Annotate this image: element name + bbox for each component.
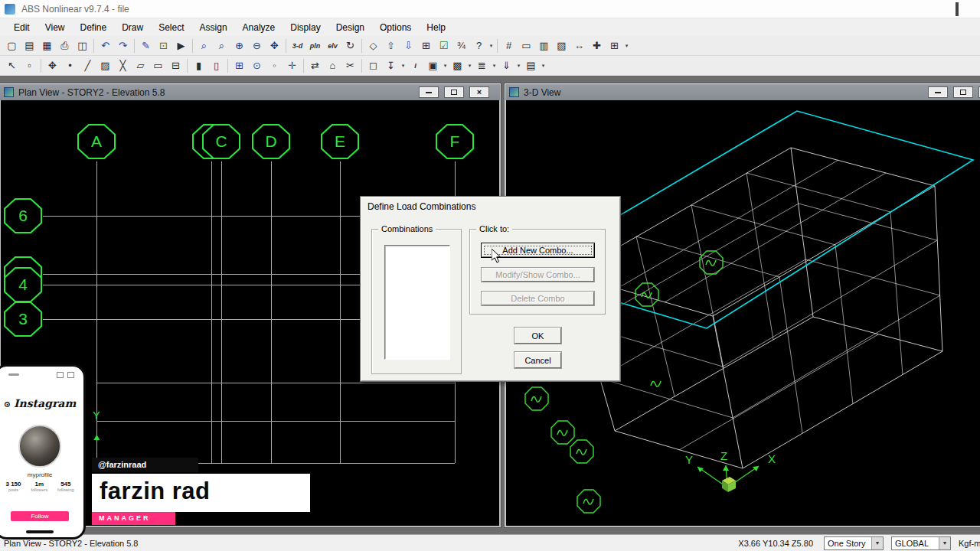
draw-special-joint-icon[interactable]: # [501,38,517,54]
grid-bubble-6[interactable]: 6 [4,198,42,233]
shrink-objects-icon[interactable]: ⊞ [418,38,434,54]
help-cursor-icon[interactable]: ? [471,38,487,54]
print-icon[interactable]: ⎙ [57,38,73,54]
link-views-icon[interactable]: ⇄ [307,58,323,73]
help-cursor-icon-caret[interactable]: ▾ [488,43,495,49]
snap-to-midpoint-icon[interactable]: ◦ [266,58,283,73]
menu-define[interactable]: Define [72,20,114,35]
reshape-object-icon[interactable]: ✥ [44,58,60,73]
menu-help[interactable]: Help [419,20,453,35]
edit-grid-icon-caret[interactable]: ▾ [623,43,630,49]
lock-model-icon[interactable]: ⊡ [155,38,172,54]
chevron-down-icon[interactable]: ▼ [871,537,883,549]
coordinate-system-select[interactable]: GLOBAL ▼ [891,536,951,550]
rotate-3d-view-icon[interactable]: ↻ [342,38,358,54]
follow-button[interactable]: Follow [11,511,69,521]
snap-to-intersection-icon[interactable]: ✛ [284,58,300,73]
story-select[interactable]: One Story ▼ [824,536,884,550]
draw-area-icon[interactable]: ▱ [132,58,149,73]
move-down-story-icon[interactable]: ⇩ [400,38,416,54]
assign-frame-sections-icon[interactable]: ≣ [474,58,490,73]
view-3d-icon[interactable]: 3-d [289,38,305,54]
assign-loads-icon-caret[interactable]: ▾ [515,63,522,69]
new-model-icon[interactable]: ▢ [4,38,20,54]
set-view-options-icon[interactable]: ☑ [436,38,452,54]
draw-wall-icon[interactable]: ▥ [536,38,552,54]
grid-bubble-F[interactable]: F [436,124,474,159]
i-section-display-icon[interactable]: I [407,58,423,73]
assign-loads-icon[interactable]: ⇓ [498,58,514,73]
move-up-story-icon[interactable]: ⇧ [383,38,399,54]
view-elevation-icon[interactable]: elv [325,38,341,54]
draw-frame-icon[interactable]: ▭ [518,38,534,54]
menu-edit[interactable]: Edit [6,20,38,35]
view-fraction-icon[interactable]: ¾ [453,38,469,54]
select-window-icon[interactable]: ▫ [21,58,38,73]
show-tables-icon-caret[interactable]: ▾ [540,63,547,69]
draw-reference-point-icon[interactable]: ✚ [589,38,605,54]
view-plan-icon[interactable]: pln [307,38,323,54]
menu-assign[interactable]: Assign [192,20,235,35]
snap-to-point-icon[interactable]: ⊙ [249,58,265,73]
view3d-window-titlebar[interactable]: 3-D View × [505,84,980,100]
draw-point-icon[interactable]: • [62,58,78,73]
quick-draw-area-icon[interactable]: ⊟ [168,58,184,73]
plan-maximize-button[interactable] [444,86,464,98]
grid-bubble-C[interactable]: C [202,124,240,159]
menu-view[interactable]: View [38,20,73,35]
run-analysis-icon[interactable]: ▶ [173,38,189,54]
grid-bubble-A[interactable]: A [77,124,116,159]
menu-display[interactable]: Display [283,20,328,35]
edit-pencil-icon[interactable]: ✎ [138,38,154,54]
assign-frame-sections-icon-caret[interactable]: ▾ [491,63,498,69]
show-loads-icon[interactable]: ↧ [383,58,399,73]
shell-display-options-icon[interactable]: ▩ [449,58,466,73]
draw-rect-area-icon[interactable]: ▭ [150,58,166,73]
frame-display-options-icon[interactable]: ▣ [425,58,441,73]
restore-full-view-icon[interactable]: ⌕ [196,38,212,54]
grid-bubble-4[interactable]: 4 [4,267,42,302]
show-tables-icon[interactable]: ▤ [523,58,539,73]
modify-show-combo-button[interactable]: Modify/Show Combo... [482,268,594,282]
menu-select[interactable]: Select [151,20,191,35]
set-elevation-view-icon[interactable]: ⌂ [325,58,341,73]
show-loads-icon-caret[interactable]: ▾ [400,63,407,69]
draw-dimension-icon[interactable]: ↔ [571,38,587,54]
quick-draw-braces-icon[interactable]: ╳ [115,58,131,73]
save-model-icon[interactable]: ▦ [39,38,55,54]
combinations-listbox[interactable] [384,245,450,360]
draw-wall-stack-icon[interactable]: ▮ [191,58,207,73]
select-object-icon[interactable]: ↖ [4,58,20,73]
redo-icon[interactable]: ↷ [115,38,131,54]
plan-close-button[interactable]: × [469,86,489,98]
cancel-button[interactable]: Cancel [514,352,561,368]
grid-bubble-3[interactable]: 3 [4,302,42,337]
menu-draw[interactable]: Draw [114,20,151,35]
delete-combo-button[interactable]: Delete Combo [482,292,594,305]
plan-minimize-button[interactable] [419,86,439,98]
ok-button[interactable]: OK [514,328,561,344]
section-cut-icon[interactable]: ✂ [342,58,358,73]
quick-draw-line-icon[interactable]: ▨ [97,58,113,73]
draw-line-icon[interactable]: ╱ [80,58,96,73]
open-model-icon[interactable]: ▤ [21,38,38,54]
frame-display-options-icon-caret[interactable]: ▾ [442,63,449,69]
chevron-down-icon[interactable]: ▼ [939,537,950,549]
menu-design[interactable]: Design [328,20,372,35]
grid-bubble-D[interactable]: D [252,124,290,159]
zoom-window-icon[interactable]: ⌕ [214,38,230,54]
edit-grid-icon[interactable]: ⊞ [606,38,622,54]
zoom-out-icon[interactable]: ⊖ [249,38,265,54]
shell-display-options-icon-caret[interactable]: ▾ [466,63,473,69]
print-preview-icon[interactable]: ◫ [74,38,90,54]
menu-options[interactable]: Options [372,20,419,35]
zoom-in-icon[interactable]: ⊕ [231,38,247,54]
undo-icon[interactable]: ↶ [97,38,113,54]
draw-floor-icon[interactable]: ▧ [554,38,570,54]
pan-icon[interactable]: ✥ [266,38,283,54]
menu-analyze[interactable]: Analyze [235,20,283,35]
view3d-maximize-button[interactable] [953,86,973,98]
draw-column-icon[interactable]: ▯ [208,58,224,73]
grid-bubble-E[interactable]: E [321,124,359,159]
view3d-minimize-button[interactable] [928,86,948,98]
